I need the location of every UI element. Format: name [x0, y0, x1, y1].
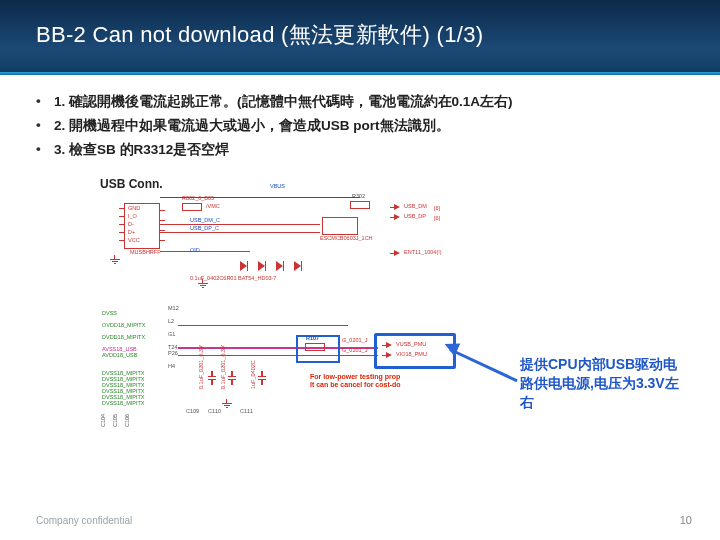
port-icon	[390, 205, 400, 210]
net-label: USB_DM_C	[190, 217, 220, 223]
resistor	[350, 201, 370, 209]
filter-ic	[322, 217, 358, 235]
net-label: G_0201_J	[342, 337, 367, 343]
title-band: BB-2 Can not download (無法更新軟件) (1/3)	[0, 0, 720, 75]
schematic-figure: USB Conn. GND I_O D- D+ VCC MUSBHRFF VBU…	[90, 175, 460, 465]
net-label: USB_DP	[404, 213, 426, 219]
net-label: VBUS	[270, 183, 285, 189]
resistor-r107	[305, 343, 325, 351]
power-stack2: DVSS18_MIPITX DVSS18_MIPITX DVSS18_MIPIT…	[102, 370, 145, 406]
net-label: G_0201_J	[342, 347, 367, 353]
diode	[240, 261, 248, 271]
slide-title: BB-2 Can not download (無法更新軟件) (1/3)	[0, 0, 720, 50]
res-label: R802_0_B05	[182, 195, 214, 201]
footer-confidential: Company confidential	[36, 515, 132, 526]
net-flag: [6]	[434, 205, 440, 211]
callout-text: 提供CPU内部USB驱动电路供电电源,电压为3.3V左右	[520, 355, 690, 412]
bullet-item: 1. 確認開機後電流起跳正常。(記憶體中無代碼時，電池電流約在0.1A左右)	[36, 93, 720, 111]
cap-id: C111	[240, 408, 253, 414]
cap-label: 0.1uF_0201_6.3V	[198, 345, 204, 389]
bullet-list: 1. 確認開機後電流起跳正常。(記憶體中無代碼時，電池電流約在0.1A左右) 2…	[36, 93, 720, 159]
pin-label: D+	[128, 229, 135, 235]
capacitor	[208, 371, 216, 385]
page-number: 10	[680, 514, 692, 526]
cap-id: C110	[208, 408, 221, 414]
part-label: ESCMCB0603J_1CH	[320, 235, 373, 241]
part-label: BAT54_HD03-7	[238, 275, 276, 281]
net-label: ENT11_1004(!)	[404, 249, 442, 255]
cap-label: 0.1uF_0201_6.3V	[220, 345, 226, 389]
diode	[276, 261, 284, 271]
capacitor	[258, 371, 266, 385]
net-flag: [6]	[434, 215, 440, 221]
slide: BB-2 Can not download (無法更新軟件) (1/3) 1. …	[0, 0, 720, 540]
net-label: /VMC	[206, 203, 220, 209]
diode	[258, 261, 266, 271]
resistor	[182, 203, 202, 211]
diode	[294, 261, 302, 271]
pin-label: VCC	[128, 237, 140, 243]
power-stack: DVSS OVDD18_MIPITX DVDD18_MIPITX AVSS18_…	[102, 310, 145, 358]
pin-col: M12 L2 G1 T24 P26 H4	[168, 305, 179, 369]
schematic-header: USB Conn.	[100, 177, 163, 191]
part-label: 0.1uF_0402C6R01	[190, 275, 236, 281]
chip-name: MUSBHRFF	[130, 249, 161, 255]
port-icon	[390, 215, 400, 220]
schematic-note: For low-power testing prop It can be can…	[310, 373, 401, 388]
net-label: USB_DP_C	[190, 225, 219, 231]
pin-label: D-	[128, 221, 134, 227]
res-label: R302	[352, 193, 365, 199]
res-label: R107	[306, 335, 319, 341]
pin-label: GND	[128, 205, 140, 211]
net-label: OID	[190, 247, 200, 253]
bullet-item: 2. 開機過程中如果電流過大或過小，會造成USB port無法識別。	[36, 117, 720, 135]
cap-id: C109	[186, 408, 199, 414]
port-icon	[390, 251, 400, 256]
capacitor	[228, 371, 236, 385]
cap-label: 1uF_0402C	[250, 360, 256, 389]
pin-label: I_O	[128, 213, 137, 219]
bullet-item: 3. 檢查SB 的R3312是否空焊	[36, 141, 720, 159]
net-label: USB_DM	[404, 203, 427, 209]
